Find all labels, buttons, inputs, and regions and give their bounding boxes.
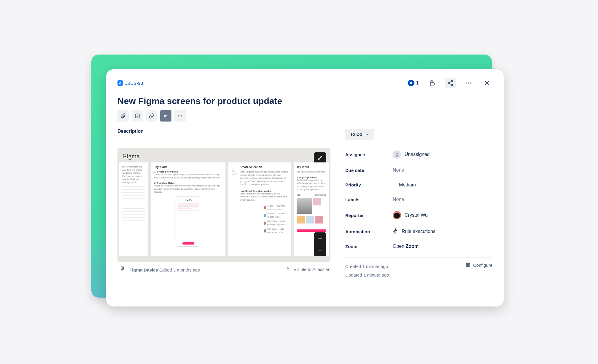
issue-key-breadcrumb[interactable]: JBUS-93 (117, 80, 143, 86)
gear-icon (465, 262, 471, 268)
svg-point-14 (121, 270, 123, 271)
updated-date: Updated 1 minute ago (345, 271, 389, 280)
configure-button[interactable]: Configure (465, 262, 492, 268)
svg-rect-6 (135, 114, 139, 118)
attach-button[interactable] (117, 110, 129, 122)
figma-logo-text: Figma (117, 148, 330, 162)
svg-point-5 (470, 82, 471, 84)
svg-point-17 (467, 264, 469, 266)
watch-count: 1 (416, 80, 419, 86)
svg-point-4 (468, 82, 469, 84)
unassigned-avatar-icon (393, 150, 401, 159)
svg-point-13 (122, 268, 124, 270)
automation-field[interactable]: Automation Rule executions (345, 228, 492, 235)
created-date: Created 1 minute ago (345, 262, 389, 271)
figma-frame-1: a set of properties like color, font, an… (119, 162, 148, 256)
more-actions-button[interactable] (463, 78, 474, 88)
vote-button[interactable] (427, 78, 437, 88)
reporter-field[interactable]: Reporter Crystal Wu (345, 211, 492, 219)
watch-button[interactable]: 1 (408, 80, 419, 86)
svg-point-9 (181, 115, 182, 116)
issue-title[interactable]: New Figma screens for product update (117, 96, 492, 106)
assignee-field[interactable]: Assignee Unassigned (345, 150, 492, 159)
figma-visibility: Visible to Atlassian (286, 267, 330, 272)
figma-file-info[interactable]: Figma Basics Edited 3 months ago (120, 266, 200, 272)
priority-field[interactable]: Priority ↑ Medium (345, 182, 492, 188)
zoom-in-button[interactable]: + (314, 232, 326, 244)
figma-icon (120, 266, 125, 272)
svg-point-11 (122, 267, 124, 268)
add-subtask-button[interactable] (132, 110, 143, 122)
labels-field[interactable]: Labels None (345, 197, 492, 202)
toolbar-more-button[interactable] (174, 110, 186, 122)
issue-panel: JBUS-93 1 New (106, 69, 504, 306)
close-button[interactable] (482, 78, 492, 88)
description-label: Description (117, 129, 330, 134)
figma-zoom-controls[interactable]: + − (314, 232, 326, 256)
priority-medium-icon: ↑ (393, 182, 395, 188)
zoom-field[interactable]: Zoom Open Zoom (345, 244, 492, 249)
figma-frame-3: 5 Smart Selection Smart Selection allows… (228, 162, 291, 256)
share-button[interactable] (445, 78, 456, 88)
bolt-icon (393, 228, 398, 235)
zoom-out-button[interactable]: − (314, 244, 326, 256)
invision-button[interactable]: in (160, 110, 171, 122)
status-dropdown[interactable]: To Do (345, 129, 374, 140)
issue-key-text: JBUS-93 (125, 81, 143, 86)
expand-button[interactable] (314, 152, 326, 164)
svg-point-10 (121, 267, 123, 268)
svg-point-7 (178, 115, 179, 116)
link-button[interactable] (146, 110, 157, 122)
svg-point-3 (466, 82, 467, 84)
figma-embed[interactable]: Figma a set of properties like color, fo… (117, 148, 330, 262)
eye-icon (408, 80, 414, 86)
lock-icon (286, 267, 291, 272)
svg-point-16 (396, 153, 398, 154)
svg-rect-15 (287, 269, 289, 270)
chevron-down-icon (365, 132, 369, 136)
svg-point-12 (121, 268, 123, 270)
issue-type-icon (117, 80, 123, 86)
figma-frame-2: Try it out 1. Create a new Style Select … (151, 162, 225, 256)
svg-point-8 (179, 115, 180, 116)
due-date-field[interactable]: Due date None (345, 167, 492, 173)
reporter-avatar (393, 211, 401, 219)
